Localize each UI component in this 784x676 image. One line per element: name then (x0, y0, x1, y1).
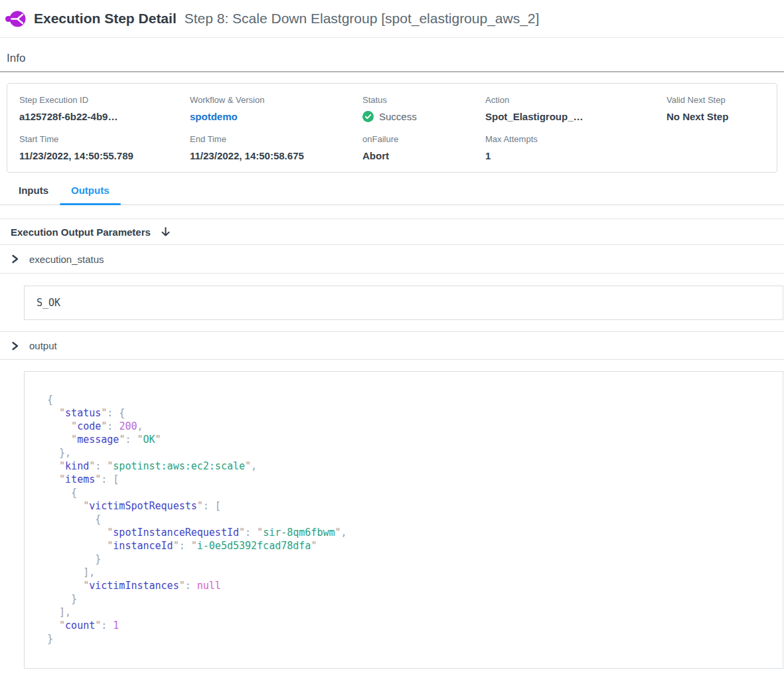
field-value: a125728f-6b22-4b9… (19, 111, 190, 122)
output-json-box: { "status": { "code": 200, "message": "O… (24, 371, 783, 669)
param-name: output (29, 340, 57, 351)
field-max-attempts: Max Attempts 1 (485, 134, 666, 161)
field-label: Step Execution ID (19, 95, 190, 105)
field-value: Spot_Elastigroup_… (485, 111, 666, 122)
json-code: { "status": { "code": 200, "message": "O… (47, 393, 769, 645)
field-value: Abort (362, 150, 485, 161)
io-tabs: Inputs Outputs (0, 185, 784, 205)
field-value: 11/23/2022, 14:50:55.789 (19, 150, 190, 161)
field-label: End Time (190, 134, 362, 144)
param-row-output[interactable]: output (0, 331, 784, 360)
output-parameters-header: Execution Output Parameters (0, 218, 784, 245)
field-empty (666, 134, 765, 161)
field-end-time: End Time 11/23/2022, 14:50:58.675 (190, 134, 362, 161)
field-label: Max Attempts (485, 134, 666, 144)
param-row-execution-status[interactable]: execution_status (0, 245, 784, 274)
field-onfailure: onFailure Abort (362, 134, 485, 161)
execution-status-value: S_OK (37, 297, 60, 309)
spot-logo-icon (5, 9, 26, 29)
field-valid-next-step: Valid Next Step No Next Step (666, 95, 765, 123)
chevron-right-icon[interactable] (11, 254, 19, 264)
field-action: Action Spot_Elastigroup_… (485, 95, 666, 123)
field-step-execution-id: Step Execution ID a125728f-6b22-4b9… (19, 95, 190, 123)
field-workflow-version: Workflow & Version spotdemo (190, 95, 362, 123)
field-label: Action (485, 95, 666, 105)
status-badge: Success (362, 111, 485, 122)
field-value: 11/23/2022, 14:50:58.675 (190, 150, 362, 161)
field-label: Valid Next Step (666, 95, 765, 105)
field-label: Start Time (19, 134, 190, 144)
page-title: Execution Step Detail (34, 11, 177, 27)
field-start-time: Start Time 11/23/2022, 14:50:55.789 (19, 134, 190, 161)
execution-status-value-box: S_OK (24, 286, 783, 320)
field-label: Workflow & Version (190, 95, 362, 105)
status-text: Success (379, 111, 417, 122)
info-card: Step Execution ID a125728f-6b22-4b9… Wor… (7, 83, 777, 173)
tab-inputs[interactable]: Inputs (7, 185, 60, 205)
info-divider (0, 71, 784, 72)
field-label: Status (362, 95, 485, 105)
download-arrow-icon[interactable] (160, 226, 171, 238)
field-value: 1 (485, 150, 666, 161)
info-section-label: Info (7, 52, 784, 65)
field-value: No Next Step (666, 111, 765, 122)
output-parameters-title: Execution Output Parameters (11, 226, 151, 238)
check-circle-icon (362, 111, 374, 122)
tab-outputs[interactable]: Outputs (60, 185, 121, 205)
field-status: Status Success (362, 95, 485, 123)
param-name: execution_status (29, 254, 104, 265)
field-label: onFailure (362, 134, 485, 144)
page-subtitle: Step 8: Scale Down Elastgroup [spot_elas… (185, 11, 540, 27)
workflow-link[interactable]: spotdemo (190, 111, 238, 122)
page-header: Execution Step Detail Step 8: Scale Down… (0, 0, 784, 38)
chevron-right-icon[interactable] (11, 341, 19, 351)
